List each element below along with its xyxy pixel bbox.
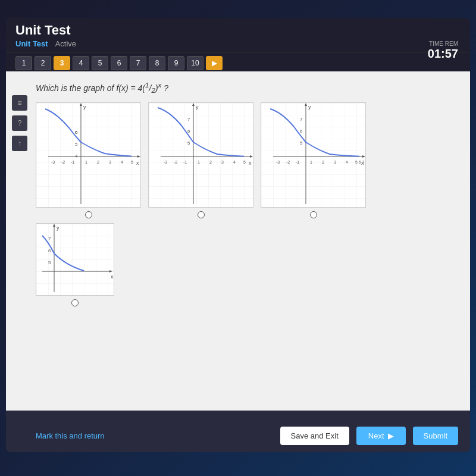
graph-a[interactable]: x y 6 5 4 6 -3 -2 -1 1 2 xyxy=(36,102,141,208)
tab-5[interactable]: 5 xyxy=(92,56,108,70)
svg-text:5: 5 xyxy=(75,142,78,147)
svg-text:3: 3 xyxy=(221,160,224,164)
content-wrapper: Which is the graph of f(x) = 4(1/2)x ? xyxy=(6,71,470,419)
tab-6[interactable]: 6 xyxy=(111,56,127,70)
next-arrow-icon: ▶ xyxy=(388,431,394,440)
unit-test-link[interactable]: Unit Test xyxy=(15,39,48,48)
svg-text:1: 1 xyxy=(310,160,312,164)
tab-7[interactable]: 7 xyxy=(130,56,146,70)
svg-text:5: 5 xyxy=(48,260,51,265)
graph-b-svg: x y -3 -2 -1 1 2 3 4 5 7 6 5 xyxy=(149,103,253,207)
page-title: Unit Test xyxy=(15,23,461,39)
svg-rect-21 xyxy=(149,103,253,207)
header-subtitle: Unit Test Active xyxy=(15,39,461,52)
svg-text:-1: -1 xyxy=(71,160,74,164)
svg-text:2: 2 xyxy=(209,160,212,164)
svg-rect-59 xyxy=(36,224,114,295)
up-icon[interactable]: ↑ xyxy=(12,136,27,151)
tab-2[interactable]: 2 xyxy=(35,56,51,70)
radio-c[interactable] xyxy=(310,211,317,218)
save-exit-button[interactable]: Save and Exit xyxy=(280,427,349,445)
svg-text:3: 3 xyxy=(334,160,336,164)
svg-text:4: 4 xyxy=(233,160,236,164)
svg-text:-2: -2 xyxy=(61,160,65,164)
svg-text:-2: -2 xyxy=(174,160,177,164)
graph-row-bottom: x y 7 6 5 xyxy=(36,223,458,306)
next-button[interactable]: Next ▶ xyxy=(356,427,406,445)
svg-text:6: 6 xyxy=(300,129,303,134)
main-screen: Unit Test Unit Test Active 1 2 3 4 5 6 7… xyxy=(6,18,470,452)
svg-text:4: 4 xyxy=(121,160,123,164)
svg-text:6: 6 xyxy=(75,130,78,135)
svg-text:-3: -3 xyxy=(164,160,167,164)
timer: TIME REM 01:57 xyxy=(428,40,458,61)
svg-text:5: 5 xyxy=(131,160,133,164)
question-area: Which is the graph of f(x) = 4(1/2)x ? xyxy=(6,71,470,411)
bottom-bar: Mark this and return Save and Exit Next … xyxy=(6,419,470,452)
tab-10[interactable]: 10 xyxy=(187,56,203,70)
svg-text:5 6 7: 5 6 7 xyxy=(355,160,365,164)
svg-text:y: y xyxy=(57,225,60,231)
svg-text:7: 7 xyxy=(300,117,303,122)
tab-8[interactable]: 8 xyxy=(149,56,165,70)
question-text: Which is the graph of f(x) = 4(1/2)x ? xyxy=(36,81,458,94)
svg-text:-1: -1 xyxy=(183,160,187,164)
svg-text:5: 5 xyxy=(243,160,246,164)
svg-text:x: x xyxy=(249,160,252,166)
graph-a-svg: x y 6 5 4 6 -3 -2 -1 1 2 xyxy=(36,103,140,207)
graph-option-b: x y -3 -2 -1 1 2 3 4 5 7 6 5 xyxy=(148,102,253,218)
svg-text:-3: -3 xyxy=(51,160,55,164)
tab-9[interactable]: 9 xyxy=(168,56,184,70)
svg-rect-40 xyxy=(261,103,365,207)
graph-b[interactable]: x y -3 -2 -1 1 2 3 4 5 7 6 5 xyxy=(148,102,253,208)
menu-icon[interactable]: ≡ xyxy=(12,95,27,111)
svg-text:3: 3 xyxy=(109,160,111,164)
graph-c[interactable]: x y -3 -2 -1 1 2 3 4 5 6 7 7 6 5 xyxy=(261,102,366,208)
svg-text:2: 2 xyxy=(97,160,99,164)
svg-rect-1 xyxy=(36,103,140,207)
timer-label: TIME REM xyxy=(428,40,458,47)
header-bar: Unit Test Unit Test Active xyxy=(6,18,470,52)
svg-text:6: 6 xyxy=(187,129,190,134)
svg-text:x: x xyxy=(111,274,114,280)
radio-d[interactable] xyxy=(71,299,79,306)
svg-text:7: 7 xyxy=(187,117,190,122)
nav-tabs: 1 2 3 4 5 6 7 8 9 10 ▶ xyxy=(6,52,470,74)
graph-row-top: x y 6 5 4 6 -3 -2 -1 1 2 xyxy=(36,102,458,218)
mark-return-link[interactable]: Mark this and return xyxy=(36,431,273,440)
svg-text:1: 1 xyxy=(85,160,87,164)
svg-text:1: 1 xyxy=(198,160,200,164)
active-badge: Active xyxy=(55,39,76,48)
svg-text:5: 5 xyxy=(187,140,190,146)
submit-button[interactable]: Submit xyxy=(413,427,458,445)
graph-option-c: x y -3 -2 -1 1 2 3 4 5 6 7 7 6 5 xyxy=(261,102,366,218)
svg-text:x: x xyxy=(136,160,139,166)
graph-option-a: x y 6 5 4 6 -3 -2 -1 1 2 xyxy=(36,102,141,218)
svg-text:5: 5 xyxy=(300,140,303,146)
svg-text:2: 2 xyxy=(322,160,324,164)
next-arrow-button[interactable]: ▶ xyxy=(206,56,223,70)
left-sidebar: ≡ ? ↑ xyxy=(12,95,30,151)
svg-text:4: 4 xyxy=(346,160,348,164)
tab-4[interactable]: 4 xyxy=(73,56,89,70)
svg-text:7: 7 xyxy=(48,236,51,242)
timer-value: 01:57 xyxy=(428,47,458,61)
svg-text:-1: -1 xyxy=(296,160,299,164)
radio-a[interactable] xyxy=(85,211,92,218)
svg-text:4: 4 xyxy=(75,154,78,159)
radio-b[interactable] xyxy=(198,211,205,218)
help-icon[interactable]: ? xyxy=(12,115,27,131)
svg-text:y: y xyxy=(196,104,199,110)
graph-d-svg: x y 7 6 5 xyxy=(36,224,114,295)
tab-3[interactable]: 3 xyxy=(54,56,70,70)
svg-text:y: y xyxy=(308,104,311,110)
svg-text:y: y xyxy=(83,104,86,110)
svg-text:-3: -3 xyxy=(276,160,280,164)
graph-d[interactable]: x y 7 6 5 xyxy=(36,223,114,296)
svg-text:6: 6 xyxy=(48,248,51,253)
graph-option-d: x y 7 6 5 xyxy=(36,223,114,306)
graph-c-svg: x y -3 -2 -1 1 2 3 4 5 6 7 7 6 5 xyxy=(261,103,365,207)
tab-1[interactable]: 1 xyxy=(15,56,32,70)
svg-text:-2: -2 xyxy=(286,160,290,164)
